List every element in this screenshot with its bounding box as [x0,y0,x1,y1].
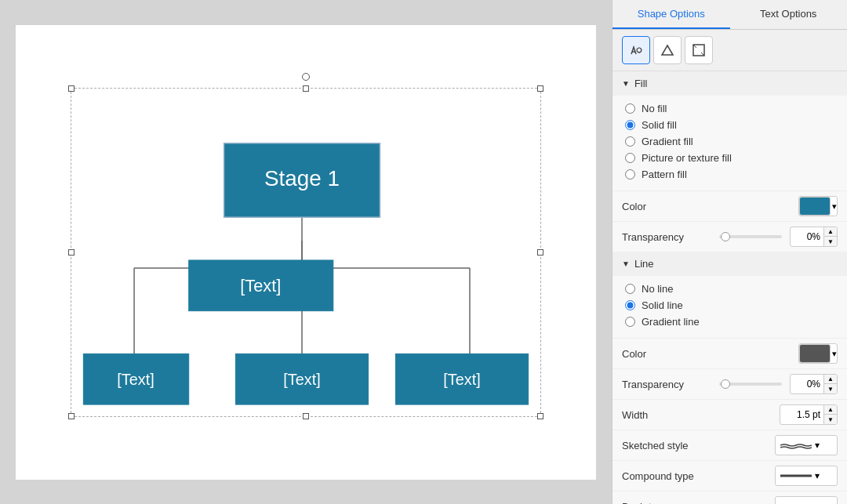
line-slider-thumb[interactable] [721,379,730,389]
solid-line-option[interactable]: Solid line [625,297,834,314]
fill-color-row: Color ▾ [613,190,847,221]
org-chart-svg: Stage 1 [Text] [Text] [Text] [Text] [71,89,540,416]
solid-fill-option[interactable]: Solid fill [625,117,834,133]
size-icon-btn[interactable] [685,36,713,64]
fill-transparency-up[interactable]: ▲ [824,227,837,237]
dash-type-label: Dash type [622,501,775,505]
fill-transparency-slider[interactable] [719,235,782,238]
line-width-spinner-btns: ▲ ▼ [823,405,837,424]
line-color-swatch [799,344,831,363]
no-fill-option[interactable]: No fill [625,100,834,117]
line-color-control: ▾ [798,343,838,364]
compound-type-dropdown[interactable]: ▾ [775,466,838,486]
line-transparency-control: 0% ▲ ▼ [719,374,838,394]
line-color-button[interactable]: ▾ [798,343,838,364]
gradient-fill-option[interactable]: Gradient fill [625,133,834,150]
gradient-line-label: Gradient line [642,316,700,328]
fill-color-button[interactable]: ▾ [798,196,838,216]
sketched-style-icon [780,440,812,451]
line-width-row: Width 1.5 pt ▲ ▼ [613,399,847,430]
no-line-option[interactable]: No line [625,281,834,297]
pattern-fill-option[interactable]: Pattern fill [625,166,834,183]
svg-marker-8 [662,45,673,55]
compound-type-icon [780,470,812,481]
rotate-handle[interactable] [302,73,310,81]
stage1-label: Stage 1 [264,166,340,190]
line-width-down[interactable]: ▼ [824,415,837,424]
diagram-wrapper: Stage 1 [Text] [Text] [Text] [Text] [71,88,541,417]
tab-shape-options[interactable]: Shape Options [613,0,730,29]
line-transparency-input[interactable]: 0% [791,376,823,392]
sketched-style-label: Sketched style [622,440,775,451]
gradient-line-option[interactable]: Gradient line [625,314,834,330]
line-section-title: Line [634,258,654,270]
line-arrow-icon: ▼ [622,259,630,268]
fill-transparency-input[interactable]: 0% [791,229,823,245]
no-fill-label: No fill [642,103,667,114]
dash-type-dropdown[interactable]: ▾ [775,496,838,504]
no-line-radio[interactable] [625,284,635,294]
line-width-label: Width [622,409,780,421]
dash-type-control: ▾ [775,496,838,504]
fill-transparency-control: 0% ▲ ▼ [719,227,838,247]
pattern-fill-radio[interactable] [625,169,635,179]
shape-icon-btn[interactable] [653,36,682,64]
line-width-spinner: 1.5 pt ▲ ▼ [780,404,838,425]
fill-transparency-spinner-btns: ▲ ▼ [823,227,837,246]
fill-transparency-label: Transparency [622,231,719,243]
fill-transparency-row: Transparency 0% ▲ ▼ [613,221,847,252]
fill-color-control: ▾ [798,196,838,216]
sketched-style-chevron: ▾ [815,440,820,451]
canvas-area: Stage 1 [Text] [Text] [Text] [Text] [0,0,612,504]
fill-section-header[interactable]: ▼ Fill [613,71,847,96]
tab-text-options[interactable]: Text Options [730,0,848,29]
picture-fill-label: Picture or texture fill [642,152,732,164]
text-label-3: [Text] [117,371,154,388]
fill-section-title: Fill [634,78,648,89]
shape-icon [660,43,674,57]
fill-arrow-icon: ▼ [622,79,630,88]
compound-type-control: ▾ [775,466,838,486]
dash-type-row: Dash type ▾ [613,491,847,504]
gradient-fill-radio[interactable] [625,136,635,147]
picture-fill-option[interactable]: Picture or texture fill [625,150,834,166]
solid-fill-label: Solid fill [642,119,677,131]
line-width-control: 1.5 pt ▲ ▼ [780,404,838,425]
picture-fill-radio[interactable] [625,153,635,163]
right-panel: Shape Options Text Options ▼ Fill [612,0,847,504]
fill-transparency-down[interactable]: ▼ [824,237,837,246]
fill-slider-thumb[interactable] [721,232,730,241]
fill-color-swatch [799,197,831,216]
fill-color-label: Color [622,201,798,212]
line-width-input[interactable]: 1.5 pt [780,407,823,422]
line-width-up[interactable]: ▲ [824,405,837,415]
compound-type-label: Compound type [622,470,775,482]
line-section-header[interactable]: ▼ Line [613,252,847,276]
size-icon [692,43,706,57]
line-transparency-row: Transparency 0% ▲ ▼ [613,368,847,399]
fill-options-group: No fill Solid fill Gradient fill Picture… [613,96,847,190]
dash-type-chevron: ▾ [815,501,820,504]
line-options-group: No line Solid line Gradient line [613,276,847,338]
compound-type-row: Compound type ▾ [613,460,847,491]
line-transparency-slider[interactable] [719,383,782,386]
sketched-style-control: ▾ [775,435,838,455]
dash-type-icon [780,501,812,504]
no-fill-radio[interactable] [625,103,635,114]
icon-toolbar [613,30,847,71]
text-label-4: [Text] [283,371,321,388]
solid-line-radio[interactable] [625,300,635,310]
solid-line-label: Solid line [642,299,683,311]
line-transparency-label: Transparency [622,379,719,390]
solid-fill-radio[interactable] [625,120,635,130]
sketched-style-dropdown[interactable]: ▾ [775,435,838,455]
gradient-line-radio[interactable] [625,317,635,327]
gradient-fill-label: Gradient fill [642,136,693,147]
fill-icon [629,43,643,57]
pattern-fill-label: Pattern fill [642,169,687,180]
compound-type-chevron: ▾ [815,470,820,481]
line-transparency-up[interactable]: ▲ [824,375,837,384]
fill-icon-btn[interactable] [622,36,650,64]
line-color-dropdown-icon: ▾ [832,349,837,359]
line-transparency-down[interactable]: ▼ [824,384,837,393]
